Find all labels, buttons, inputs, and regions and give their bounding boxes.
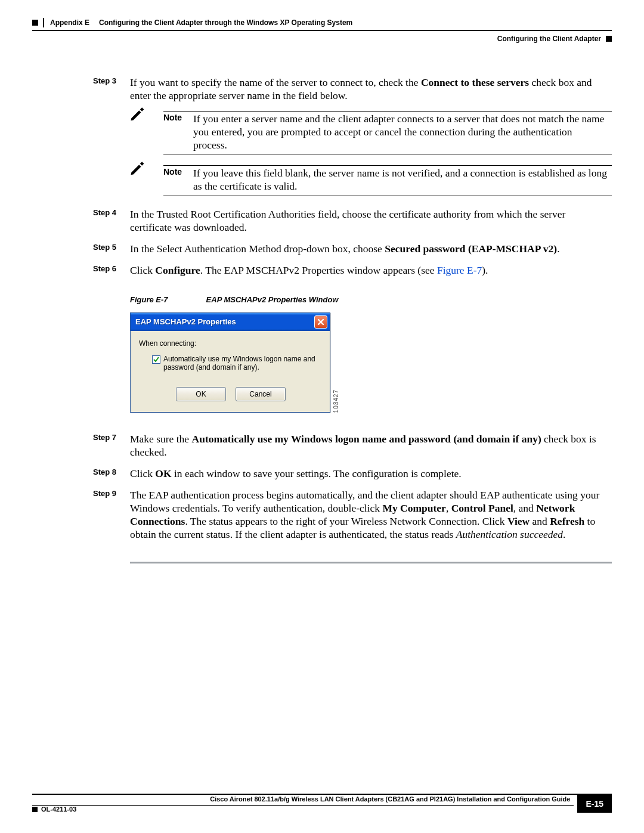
step-body: The EAP authentication process begins au… (130, 489, 612, 541)
figure-caption: Figure E-7EAP MSCHAPv2 Properties Window (130, 295, 612, 304)
checkbox-row: Automatically use my Windows logon name … (139, 355, 323, 372)
dialog-wrap: EAP MSCHAPv2 Properties When connecting:… (130, 312, 612, 413)
sub-header: Configuring the Client Adapter (32, 35, 612, 43)
close-button[interactable] (314, 315, 327, 329)
ok-button[interactable]: OK (176, 387, 226, 401)
pencil-icon (129, 167, 163, 178)
step-label: Step 3 (93, 76, 130, 103)
note-bottom-rule (163, 196, 612, 196)
cancel-button[interactable]: Cancel (236, 387, 286, 401)
note-text: If you leave this field blank, the serve… (193, 167, 612, 193)
sub-header-square-icon (606, 36, 612, 42)
dialog-titlebar: EAP MSCHAPv2 Properties (131, 313, 330, 331)
checkmark-icon (153, 356, 160, 363)
auto-logon-checkbox[interactable] (152, 355, 160, 364)
header-rule (32, 30, 612, 31)
step-9: Step 9 The EAP authentication process be… (32, 489, 612, 541)
step-5: Step 5 In the Select Authentication Meth… (32, 243, 612, 256)
step-8: Step 8 Click OK in each window to save y… (32, 467, 612, 481)
step-label: Step 8 (93, 467, 130, 481)
figure-link[interactable]: Figure E-7 (437, 264, 482, 276)
step-body: Click Configure. The EAP MSCHAPv2 Proper… (130, 264, 612, 277)
step-body: Click OK in each window to save your set… (130, 467, 612, 481)
close-icon (317, 318, 324, 326)
note-top-rule (163, 111, 612, 112)
header-appendix: Appendix E (50, 18, 89, 27)
step-label: Step 6 (93, 264, 130, 277)
step-body: Make sure the Automatically use my Windo… (130, 433, 612, 459)
note-label: Note (163, 113, 193, 122)
figure-sidecode: 103427 (333, 388, 339, 413)
step-body: In the Select Authentication Method drop… (130, 243, 612, 256)
step-label: Step 7 (93, 433, 130, 459)
header: Appendix E Configuring the Client Adapte… (32, 18, 612, 27)
footer-square-icon (32, 807, 38, 812)
page-number: E-15 (577, 794, 612, 813)
header-title: Configuring the Client Adapter through t… (99, 18, 352, 27)
step-4: Step 4 In the Trusted Root Certification… (32, 208, 612, 234)
checkbox-label: Automatically use my Windows logon name … (163, 355, 320, 372)
section-end-rule (130, 562, 612, 563)
step-3: Step 3 If you want to specify the name o… (32, 76, 612, 103)
step-6: Step 6 Click Configure. The EAP MSCHAPv2… (32, 264, 612, 277)
pencil-icon (129, 113, 163, 123)
note-1: Note If you enter a server name and the … (32, 111, 612, 155)
dialog-title: EAP MSCHAPv2 Properties (135, 317, 314, 326)
note-top-rule (163, 165, 612, 166)
header-square-icon (32, 20, 38, 26)
step-body: If you want to specify the name of the s… (130, 76, 612, 103)
footer: Cisco Aironet 802.11a/b/g Wireless LAN C… (32, 794, 612, 813)
eap-dialog: EAP MSCHAPv2 Properties When connecting:… (130, 312, 330, 413)
dialog-buttons: OK Cancel (139, 387, 323, 408)
step-label: Step 9 (93, 489, 130, 541)
step-7: Step 7 Make sure the Automatically use m… (32, 433, 612, 459)
step-label: Step 5 (93, 243, 130, 256)
header-vline (43, 18, 44, 27)
step-body: In the Trusted Root Certification Author… (130, 208, 612, 234)
step-label: Step 4 (93, 208, 130, 234)
dialog-body: When connecting: Automatically use my Wi… (131, 331, 330, 413)
footer-guide-title: Cisco Aironet 802.11a/b/g Wireless LAN C… (32, 794, 574, 805)
when-connecting-label: When connecting: (139, 339, 323, 348)
note-bottom-rule (163, 154, 612, 154)
footer-doc: OL-4211-03 (32, 806, 574, 813)
note-label: Note (163, 167, 193, 176)
note-text: If you enter a server name and the clien… (193, 113, 612, 152)
content-area: Step 3 If you want to specify the name o… (32, 43, 612, 563)
note-2: Note If you leave this field blank, the … (32, 165, 612, 196)
sub-header-text: Configuring the Client Adapter (497, 35, 601, 43)
